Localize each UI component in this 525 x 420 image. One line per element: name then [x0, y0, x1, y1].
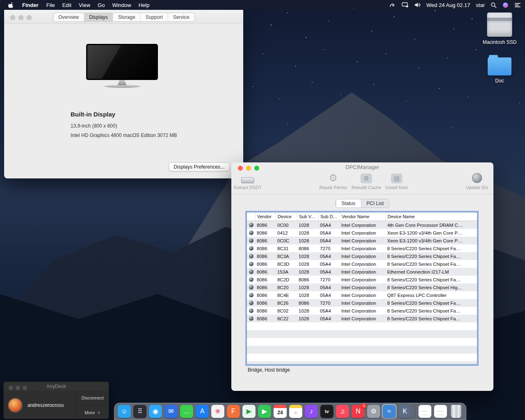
about-tab[interactable]: Displays	[84, 13, 112, 21]
table-row[interactable]: 8086 0C00 1028 05A4 Intel Corporation 4t…	[247, 221, 477, 229]
table-row[interactable]: 8086 153A 1028 05A4 Intel Corporation Et…	[247, 268, 477, 276]
dock-app[interactable]: ✉	[164, 404, 178, 419]
cell-sub-vendor: 1028	[297, 308, 318, 313]
display-gpu: Intel HD Graphics 4600 macOS Edition 307…	[71, 132, 177, 138]
toolbar-button[interactable]: Repair Perms	[315, 172, 351, 190]
desktop-icon-art	[487, 12, 512, 37]
about-tab[interactable]: Service	[168, 13, 194, 21]
dock-document[interactable]	[433, 404, 448, 419]
dock-app[interactable]: ≡	[288, 404, 303, 419]
dock-app[interactable]: F	[226, 404, 241, 419]
dpci-tab[interactable]: PCI List	[361, 199, 389, 208]
dock-app[interactable]: ▶	[257, 404, 272, 419]
disconnect-button[interactable]: Disconnect	[76, 391, 109, 406]
volume-icon[interactable]	[414, 2, 421, 8]
table-row[interactable]: 8086 8C20 1028 05A4 Intel Corporation 8 …	[247, 283, 477, 291]
toolbar-button[interactable]: Update IDs	[459, 172, 493, 190]
dock-app[interactable]: A	[195, 404, 210, 419]
menu-item[interactable]: Window	[108, 2, 135, 8]
column-header[interactable]: Sub D…	[318, 212, 340, 221]
cell-vendor-name: Intel Corporation	[340, 254, 386, 259]
column-header[interactable]: Device	[276, 212, 297, 221]
dock-app[interactable]: ▶	[242, 404, 256, 419]
dock-app-icon: ⠿	[133, 405, 146, 418]
dock-app[interactable]: ⠿	[132, 404, 147, 419]
siri-icon[interactable]	[502, 2, 509, 8]
table-row[interactable]: 8086 8C22 1028 05A4 Intel Corporation 8 …	[247, 315, 477, 322]
cell-device-name: 8 Series/C220 Series Chipset Fa…	[386, 246, 477, 251]
table-row[interactable]: 8086 8C02 1028 05A4 Intel Corporation 8 …	[247, 307, 477, 315]
dock-trash[interactable]	[449, 404, 463, 419]
dock-app[interactable]: ◉	[148, 404, 163, 419]
table-row[interactable]: 8086 8C3D 1028 05A4 Intel Corporation 8 …	[247, 260, 477, 268]
menu-item[interactable]: Go	[94, 2, 108, 8]
screen-sharing-icon[interactable]	[402, 2, 409, 8]
cell-vendor: 8086	[255, 277, 276, 282]
dock-app[interactable]: ❀	[210, 404, 225, 419]
cell-vendor-name: Intel Corporation	[340, 231, 386, 235]
menu-item[interactable]: View	[75, 2, 94, 8]
desktop-icon[interactable]: Macintosh SSD	[480, 12, 519, 45]
dock-app[interactable]: tv	[320, 404, 334, 419]
user-menu[interactable]: star	[476, 2, 485, 8]
zoom-button[interactable]	[27, 15, 32, 20]
cell-sub-vendor: 8086	[297, 277, 318, 282]
pci-device-icon	[249, 277, 253, 282]
dock-app[interactable]: ≈	[382, 404, 397, 419]
dock-app[interactable]: ♫	[335, 404, 350, 419]
menu-item[interactable]: Edit	[59, 2, 75, 8]
table-row[interactable]: 8086 0C0C 1028 05A4 Intel Corporation Xe…	[247, 237, 477, 244]
dock: ☺ ⠿ ◉ ✉ …	[114, 403, 466, 420]
dock-app-icon: ✉	[164, 405, 178, 418]
about-tab[interactable]: Support	[140, 13, 168, 21]
table-row[interactable]: 8086 8C31 8086 7270 Intel Corporation 8 …	[247, 244, 477, 252]
table-row[interactable]: 8086 8C26 8086 7270 Intel Corporation 8 …	[247, 299, 477, 307]
dock-app-icon: ☺	[118, 405, 131, 418]
menu-item[interactable]: Help	[135, 2, 153, 8]
desktop-icons: Macintosh SSD Doc	[480, 12, 519, 96]
pci-device-icon	[249, 316, 253, 321]
menu-item[interactable]: File	[43, 2, 59, 8]
cell-device-name: 8 Series/C220 Series Chipset Fa…	[386, 254, 477, 259]
cell-device: 8C4E	[276, 293, 297, 298]
dock-app[interactable]: …	[179, 404, 194, 419]
column-header[interactable]: Device Name	[386, 212, 477, 221]
menubar-clock[interactable]: Wed 24 Aug 02.17	[427, 2, 470, 8]
dock-app-icon: F	[227, 405, 240, 418]
dock-app[interactable]: K	[397, 404, 412, 419]
minimize-button[interactable]	[18, 15, 23, 20]
dock-app[interactable]: N 1	[351, 404, 365, 419]
more-dropdown[interactable]: More ∨	[76, 406, 109, 420]
display-spec: 13,9-inch (800 x 600)	[71, 123, 177, 129]
cell-sub-vendor: 1028	[297, 238, 318, 243]
about-tab[interactable]: Overview	[53, 13, 84, 21]
table-row[interactable]: 8086 8C3A 1028 05A4 Intel Corporation 8 …	[247, 252, 477, 260]
column-header[interactable]: Vendor Name	[340, 212, 386, 221]
column-header[interactable]: Vendor	[255, 212, 276, 221]
table-row[interactable]: 8086 8C2D 8086 7270 Intel Corporation 8 …	[247, 276, 477, 283]
column-header[interactable]: Sub V…	[297, 212, 318, 221]
table-row[interactable]: 8086 0412 1028 05A4 Intel Corporation Xe…	[247, 229, 477, 237]
cell-device: 0412	[276, 231, 297, 235]
spotlight-icon[interactable]	[491, 2, 497, 8]
dpci-tab[interactable]: Status	[336, 199, 361, 208]
dock-app[interactable]: 24	[273, 404, 288, 419]
table-row[interactable]: 8086 8C4E 1028 05A4 Intel Corporation Q8…	[247, 291, 477, 299]
close-button[interactable]	[10, 15, 15, 20]
dock-app[interactable]: ⚙	[366, 404, 381, 419]
menu-items: FileEditViewGoWindowHelp	[43, 2, 153, 8]
dock-app[interactable]: ♪	[304, 404, 319, 419]
status-swish-icon[interactable]	[389, 2, 396, 8]
dock-app[interactable]: ☺	[117, 404, 132, 419]
displays-preferences-button[interactable]: Displays Preferences...	[169, 162, 230, 171]
toolbar-button[interactable]: Install Kext	[379, 172, 414, 190]
desktop-icon-label: Macintosh SSD	[480, 39, 519, 45]
active-app-menu[interactable]: Finder	[18, 2, 43, 8]
display-screen	[86, 44, 158, 80]
control-center-icon[interactable]	[514, 2, 521, 8]
dock-document[interactable]	[418, 404, 432, 419]
about-tab[interactable]: Storage	[113, 13, 140, 21]
toolbar-button[interactable]: Extract DSDT	[231, 172, 265, 190]
desktop-icon[interactable]: Doc	[480, 57, 519, 84]
apple-menu[interactable]	[4, 0, 18, 10]
